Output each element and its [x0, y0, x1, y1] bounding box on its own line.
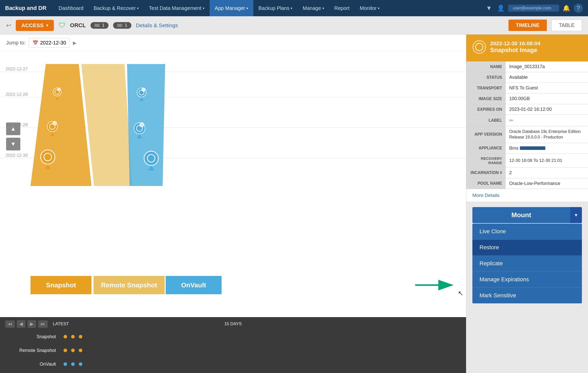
- snapshot-pin-selected[interactable]: [38, 148, 58, 174]
- tl-dot[interactable]: [71, 362, 75, 366]
- second-bar: ↩ ACCESS ▾ 🛡 ORCL 1 1 Details & Settings…: [0, 16, 588, 35]
- nav-item-dashboard[interactable]: Dashboard: [54, 0, 89, 16]
- info-row-appliance: APPLIANCE Bms: [466, 143, 588, 154]
- timeline-controls: ⏮ ◀ ▶ ⏭ LATEST 15 DAYS: [0, 319, 466, 329]
- shield-icon: 🛡: [58, 21, 66, 29]
- tl-dot[interactable]: [71, 335, 75, 338]
- tl-dot[interactable]: [71, 349, 75, 352]
- info-row-pool: POOL NAME Oracle-Low-Performance: [466, 178, 588, 189]
- user-icon[interactable]: 👤: [497, 5, 505, 12]
- timeline-visualization: 2022-12-27 2022-12-28 2022-12-29 2022-12…: [0, 51, 466, 317]
- dropdown-item-liveclone[interactable]: Live Clone: [472, 224, 582, 240]
- snapshot-pin-top[interactable]: [51, 87, 64, 104]
- chevron-down-icon: ▾: [203, 6, 205, 10]
- tl-dot[interactable]: [64, 335, 67, 338]
- tl-dot[interactable]: [79, 362, 82, 366]
- orcl-label: ORCL: [70, 22, 86, 29]
- dropdown-item-replicate[interactable]: Replicate: [472, 256, 582, 272]
- green-arrow: [415, 277, 456, 294]
- snapshot-header: 2022-12-30 16:08:04 Snapshot Image: [466, 35, 588, 61]
- onvault-pin-mid[interactable]: [131, 121, 148, 143]
- scroll-buttons: ▲ ▼: [6, 122, 20, 150]
- tl-row-onvault: OnVault: [0, 357, 466, 371]
- snapshot-ring-icon: [472, 40, 486, 54]
- info-row-incarnation: INCARNATION # 2: [466, 168, 588, 178]
- access-button[interactable]: ACCESS ▾: [16, 20, 54, 31]
- tl-first-btn[interactable]: ⏮: [5, 320, 15, 328]
- count-badge-2: 1: [113, 22, 131, 29]
- back-icon[interactable]: ↩: [6, 22, 11, 29]
- chevron-down-icon: ▾: [137, 6, 139, 10]
- nav-item-manage[interactable]: Manage ▾: [298, 0, 329, 16]
- nav-item-appmanager[interactable]: App Manager ▾: [210, 0, 253, 16]
- mount-dropdown-menu: Live Clone Restore Replicate Manage Expi…: [472, 224, 582, 303]
- dropdown-item-mark-sensitive[interactable]: Mark Sensitive: [472, 288, 582, 303]
- dropdown-item-restore[interactable]: Restore: [472, 240, 582, 256]
- date-input[interactable]: 📅 2022-12-30: [29, 38, 70, 48]
- svg-point-10: [52, 121, 57, 126]
- tl-last-btn[interactable]: ⏭: [38, 320, 48, 328]
- info-section: NAME Image_0013317a STATUS Available TRA…: [466, 61, 588, 189]
- svg-marker-24: [148, 165, 154, 170]
- tl-dot[interactable]: [79, 349, 82, 352]
- tl-row-label-onvault: OnVault: [5, 362, 56, 367]
- info-row-appversion: APP VERSION Oracle Database 19c Enterpri…: [466, 126, 588, 143]
- nav-item-backupplans[interactable]: Backup Plans ▾: [253, 0, 298, 16]
- mouse-cursor: ↖: [458, 289, 463, 297]
- svg-marker-13: [45, 164, 51, 169]
- label-edit-icon[interactable]: ✏: [509, 117, 514, 123]
- mount-dropdown-button[interactable]: ▾: [570, 207, 582, 223]
- snapshot-pin-mid[interactable]: [44, 120, 60, 140]
- app-title: Backup and DR: [5, 5, 47, 11]
- svg-point-21: [139, 122, 144, 127]
- date-label-2: 2022-12-28: [6, 92, 28, 97]
- chevron-down-icon: ▾: [378, 6, 380, 10]
- info-row-image-size: IMAGE SIZE 100.00GB: [466, 94, 588, 104]
- svg-point-6: [57, 88, 61, 91]
- info-row-expires: EXPIRES ON 2023-01-02 16:12:00: [466, 104, 588, 115]
- chevron-down-icon: ▾: [46, 23, 48, 28]
- jump-nav-icon[interactable]: ▶: [73, 40, 76, 46]
- tl-next-btn[interactable]: ▶: [27, 320, 36, 328]
- info-row-label: LABEL ✏: [466, 115, 588, 126]
- more-details-button[interactable]: More Details: [466, 189, 588, 202]
- filter-icon[interactable]: ▼: [486, 5, 492, 12]
- latest-label: LATEST: [53, 321, 69, 327]
- calendar-icon: 📅: [33, 40, 38, 46]
- tl-row-snapshot: Snapshot: [0, 330, 466, 344]
- onvault-pin-top[interactable]: [135, 87, 148, 105]
- details-settings-link[interactable]: Details & Settings: [136, 22, 178, 28]
- info-row-recovery: RECOVERY RANGE 12-30 16:08 To 12-30 21:0…: [466, 154, 588, 168]
- notification-icon[interactable]: 🔔: [563, 5, 570, 12]
- chevron-down-icon: ▾: [291, 6, 292, 10]
- tl-dot[interactable]: [79, 335, 82, 338]
- info-row-status: STATUS Available: [466, 72, 588, 83]
- nav-item-report[interactable]: Report: [329, 0, 355, 16]
- tl-prev-btn[interactable]: ◀: [17, 320, 25, 328]
- mount-main-button[interactable]: Mount: [472, 207, 570, 223]
- help-icon[interactable]: ?: [574, 4, 583, 13]
- dropdown-item-manage-expirations[interactable]: Manage Expirations: [472, 272, 582, 288]
- svg-marker-9: [50, 132, 55, 136]
- svg-marker-20: [137, 134, 142, 138]
- tl-dots-snapshot: [64, 335, 82, 338]
- onvault-pin-bottom[interactable]: [141, 149, 161, 175]
- nav-item-backup[interactable]: Backup & Recover ▾: [88, 0, 144, 16]
- 15-days-label: 15 DAYS: [224, 321, 242, 327]
- timeline-button[interactable]: TIMELINE: [508, 20, 547, 31]
- mount-button-row: Mount ▾: [472, 207, 582, 223]
- nav-item-testdata[interactable]: Test Data Management ▾: [144, 0, 210, 16]
- tl-row-remote: Remote Snapshot: [0, 344, 466, 357]
- svg-point-22: [144, 151, 158, 165]
- tl-dot[interactable]: [64, 362, 67, 366]
- tl-dot[interactable]: [64, 349, 67, 352]
- scroll-down-button[interactable]: ▼: [6, 138, 20, 150]
- date-label-4: 2022-12-30: [6, 153, 28, 158]
- nav-item-monitor[interactable]: Monitor ▾: [355, 0, 385, 16]
- scroll-up-button[interactable]: ▲: [6, 122, 20, 135]
- snapshot-label: Snapshot: [30, 276, 91, 294]
- table-button[interactable]: TABLE: [551, 20, 582, 31]
- top-nav: Backup and DR Dashboard Backup & Recover…: [0, 0, 588, 16]
- info-row-name: NAME Image_0013317a: [466, 61, 588, 72]
- tl-dots-onvault: [64, 362, 82, 366]
